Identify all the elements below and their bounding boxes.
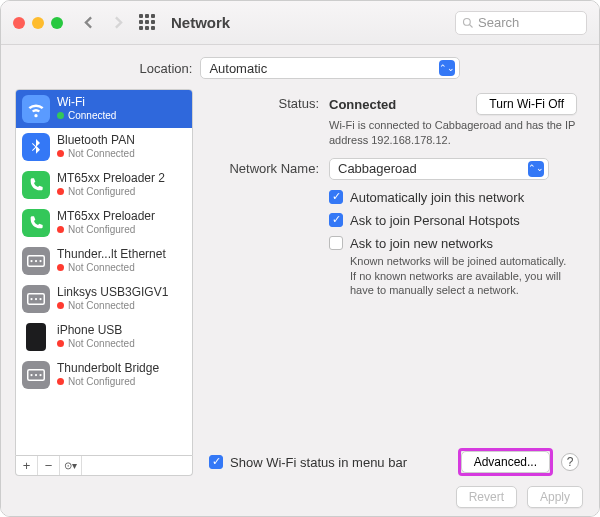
- location-label: Location:: [140, 61, 193, 76]
- service-status: Not Configured: [57, 224, 155, 236]
- service-status: Not Connected: [57, 300, 168, 312]
- zoom-icon[interactable]: [51, 17, 63, 29]
- chevron-updown-icon: ⌃⌄: [439, 60, 455, 76]
- service-name: Thunder...lt Ethernet: [57, 248, 166, 262]
- location-row: Location: Automatic ⌃⌄: [1, 45, 599, 89]
- svg-point-11: [30, 374, 32, 376]
- search-input[interactable]: Search: [455, 11, 587, 35]
- svg-point-8: [35, 298, 37, 300]
- iphone-icon: [22, 323, 50, 351]
- show-menu-label: Show Wi-Fi status in menu bar: [230, 455, 407, 470]
- detail-panel: Status: Connected Turn Wi-Fi Off Wi-Fi i…: [203, 89, 585, 476]
- search-placeholder: Search: [478, 15, 519, 30]
- status-label: Status:: [203, 93, 329, 111]
- service-status: Not Connected: [57, 338, 135, 350]
- phone-green-icon: [22, 209, 50, 237]
- status-value: Connected: [329, 97, 396, 112]
- service-item[interactable]: Thunder...lt Ethernet Not Connected: [16, 242, 192, 280]
- ask-hotspot-label: Ask to join Personal Hotspots: [350, 213, 520, 228]
- service-status: Connected: [57, 110, 116, 122]
- help-button[interactable]: ?: [561, 453, 579, 471]
- service-status: Not Configured: [57, 186, 165, 198]
- service-item[interactable]: Linksys USB3GIGV1 Not Connected: [16, 280, 192, 318]
- service-status: Not Connected: [57, 148, 135, 160]
- svg-point-5: [39, 260, 41, 262]
- service-item[interactable]: Bluetooth PAN Not Connected: [16, 128, 192, 166]
- bottom-bar: Revert Apply: [1, 476, 599, 517]
- ethernet-icon: [22, 247, 50, 275]
- service-item[interactable]: Thunderbolt Bridge Not Configured: [16, 356, 192, 394]
- svg-point-9: [39, 298, 41, 300]
- revert-button[interactable]: Revert: [456, 486, 517, 508]
- sidebar: Wi-Fi Connected Bluetooth PAN Not Connec…: [15, 89, 193, 476]
- service-item[interactable]: iPhone USB Not Connected: [16, 318, 192, 356]
- panel-footer: ✓ Show Wi-Fi status in menu bar Advanced…: [203, 444, 585, 476]
- add-service-button[interactable]: +: [16, 456, 38, 475]
- wifi-icon: [22, 95, 50, 123]
- network-name-select[interactable]: Cabbageroad ⌃⌄: [329, 158, 549, 180]
- main: Wi-Fi Connected Bluetooth PAN Not Connec…: [1, 89, 599, 476]
- service-status: Not Configured: [57, 376, 159, 388]
- service-actions: + − ⊙▾: [15, 456, 193, 476]
- back-button[interactable]: [77, 12, 99, 34]
- svg-point-4: [35, 260, 37, 262]
- network-name-value: Cabbageroad: [338, 161, 417, 176]
- ask-new-checkbox[interactable]: [329, 236, 343, 250]
- service-item[interactable]: MT65xx Preloader Not Configured: [16, 204, 192, 242]
- svg-line-1: [470, 24, 473, 27]
- show-menu-checkbox[interactable]: ✓: [209, 455, 223, 469]
- ethernet-icon: [22, 285, 50, 313]
- service-name: Wi-Fi: [57, 96, 116, 110]
- close-icon[interactable]: [13, 17, 25, 29]
- show-all-icon[interactable]: [139, 14, 157, 32]
- service-item[interactable]: MT65xx Preloader 2 Not Configured: [16, 166, 192, 204]
- location-select[interactable]: Automatic ⌃⌄: [200, 57, 460, 79]
- auto-join-label: Automatically join this network: [350, 190, 524, 205]
- titlebar: Network Search: [1, 1, 599, 45]
- advanced-button[interactable]: Advanced...: [461, 451, 550, 473]
- svg-point-13: [39, 374, 41, 376]
- search-icon: [462, 17, 474, 29]
- ask-new-label: Ask to join new networks: [350, 236, 493, 251]
- status-subtext: Wi-Fi is connected to Cabbageroad and ha…: [329, 118, 577, 148]
- remove-service-button[interactable]: −: [38, 456, 60, 475]
- service-name: iPhone USB: [57, 324, 135, 338]
- ask-hotspot-checkbox[interactable]: ✓: [329, 213, 343, 227]
- window-controls: [13, 17, 63, 29]
- service-item[interactable]: Wi-Fi Connected: [16, 90, 192, 128]
- chevron-updown-icon: ⌃⌄: [528, 161, 544, 177]
- location-value: Automatic: [209, 61, 267, 76]
- service-name: MT65xx Preloader: [57, 210, 155, 224]
- network-name-label: Network Name:: [203, 161, 329, 176]
- svg-point-7: [30, 298, 32, 300]
- service-name: Thunderbolt Bridge: [57, 362, 159, 376]
- bluetooth-icon: [22, 133, 50, 161]
- apply-button[interactable]: Apply: [527, 486, 583, 508]
- svg-point-0: [464, 18, 471, 25]
- ethernet-icon: [22, 361, 50, 389]
- more-actions-button[interactable]: ⊙▾: [60, 456, 82, 475]
- phone-green-icon: [22, 171, 50, 199]
- service-name: Linksys USB3GIGV1: [57, 286, 168, 300]
- svg-point-12: [35, 374, 37, 376]
- service-name: MT65xx Preloader 2: [57, 172, 165, 186]
- networks-hint: Known networks will be joined automatica…: [329, 254, 569, 299]
- forward-button[interactable]: [107, 12, 129, 34]
- service-name: Bluetooth PAN: [57, 134, 135, 148]
- auto-join-checkbox[interactable]: ✓: [329, 190, 343, 204]
- minimize-icon[interactable]: [32, 17, 44, 29]
- service-status: Not Connected: [57, 262, 166, 274]
- wifi-toggle-button[interactable]: Turn Wi-Fi Off: [476, 93, 577, 115]
- window-title: Network: [171, 14, 230, 31]
- content: Location: Automatic ⌃⌄ Wi-Fi Connected B…: [1, 45, 599, 517]
- svg-point-3: [30, 260, 32, 262]
- service-list[interactable]: Wi-Fi Connected Bluetooth PAN Not Connec…: [15, 89, 193, 456]
